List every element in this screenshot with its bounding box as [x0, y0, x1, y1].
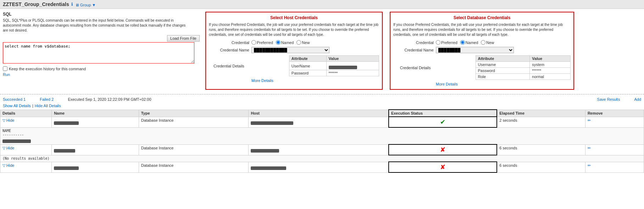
table-row: ▽ Hide Database Instance ✔ 2 seconds ✏ — [0, 117, 644, 127]
sql-section: SQL SQL, SQL*Plus or PL/SQL commands can… — [3, 12, 200, 90]
db-cred-new-radio[interactable] — [481, 40, 485, 45]
db-credential-details-label: Credential Details — [393, 66, 433, 70]
row1-remove: ✏ — [585, 117, 644, 127]
host-credentials-title: Select Host Credentials — [209, 15, 379, 20]
hide-all-details-link[interactable]: Hide All Details — [35, 104, 61, 108]
succeeded-stat: Succeeded 1 — [3, 97, 26, 101]
row1-detail-content: NAME ---------- — [0, 127, 644, 144]
host-cred-password-value: ****** — [326, 70, 379, 76]
table-detail-row: (No results available) — [0, 155, 644, 162]
row2-detail-content: (No results available) — [0, 155, 644, 162]
host-credentials-description: If you choose Preferred Credentials, the… — [209, 22, 379, 37]
host-cred-named-option[interactable]: Named — [276, 40, 294, 45]
host-cred-new-radio[interactable] — [296, 40, 301, 45]
col-name: Name — [52, 110, 139, 117]
row2-detail-text: (No results available) — [2, 156, 642, 160]
db-cred-named-radio[interactable] — [460, 40, 465, 45]
db-credential-details-row: Credential Details Attribute Value Usern… — [393, 55, 571, 80]
row2-elapsed: 6 seconds — [497, 144, 585, 155]
show-all-details-link[interactable]: Show All Details — [3, 104, 31, 108]
page-title: ZZTEST_Group_Credentials — [3, 1, 69, 7]
row2-name — [52, 144, 139, 155]
db-credential-name-select[interactable]: ████████ — [436, 47, 514, 53]
host-cred-username-row: UserName — [289, 62, 379, 70]
keep-history-checkbox[interactable] — [3, 66, 7, 71]
row2-status: ✘ — [389, 144, 497, 155]
row2-edit-icon[interactable]: ✏ — [588, 146, 591, 150]
host-cred-value-header: Value — [326, 56, 379, 62]
host-cred-password-attr: Password — [289, 70, 326, 76]
row1-host — [249, 117, 389, 127]
db-credential-type-row: Credential Preferred Named New — [393, 40, 571, 45]
group-dropdown[interactable]: 🖥 Group ▼ — [75, 3, 96, 7]
failed-link[interactable]: Failed 2 — [40, 97, 54, 101]
db-cred-named-option[interactable]: Named — [460, 40, 478, 45]
group-label: Group — [80, 3, 91, 7]
section-divider — [0, 94, 644, 94]
row1-name — [52, 117, 139, 127]
help-icon[interactable]: ℹ — [71, 2, 73, 7]
table-row: ▽ Hide Database Instance ✘ 6 seconds ✏ — [0, 162, 644, 172]
row3-edit-icon[interactable]: ✏ — [588, 163, 591, 167]
host-credential-type-label: Credential — [209, 40, 251, 45]
row2-hide-toggle[interactable]: ▽ Hide — [2, 146, 15, 150]
host-cred-named-radio[interactable] — [276, 40, 281, 45]
load-from-file-wrapper: Load From File — [3, 35, 200, 42]
db-cred-preferred-radio[interactable] — [436, 40, 440, 45]
db-credential-name-row: Credential Name ████████ — [393, 47, 571, 53]
db-cred-role-value: normal — [530, 74, 571, 80]
db-cred-preferred-option[interactable]: Preferred — [436, 40, 457, 45]
row1-edit-icon[interactable]: ✏ — [588, 118, 591, 122]
db-cred-value-header: Value — [530, 56, 571, 62]
add-button[interactable]: Add — [634, 97, 641, 101]
keep-history-label: Keep the execution history for this comm… — [9, 67, 86, 71]
host-more-details-link[interactable]: More Details — [251, 78, 379, 83]
row1-details: ▽ Hide — [0, 117, 52, 127]
col-type: Type — [139, 110, 249, 117]
failed-stat: Failed 2 — [40, 97, 54, 101]
host-cred-password-row: Password ****** — [289, 70, 379, 76]
db-credentials-table: Attribute Value Username system Password… — [476, 55, 571, 80]
host-credential-name-select[interactable]: ████████████ — [251, 47, 329, 53]
db-credential-name-label: Credential Name — [393, 48, 436, 52]
db-cred-role-row: Role normal — [476, 74, 570, 80]
row3-hide-toggle[interactable]: ▽ Hide — [2, 163, 15, 167]
row1-hide-toggle[interactable]: ▽ Hide — [2, 118, 15, 122]
col-host: Host — [249, 110, 389, 117]
db-more-details-link[interactable]: More Details — [436, 82, 571, 86]
host-cred-preferred-option[interactable]: Preferred — [251, 40, 273, 45]
group-icon-img: 🖥 — [75, 3, 79, 7]
row1-elapsed: 2 seconds — [497, 117, 585, 127]
db-credentials-title: Select Database Credentials — [393, 15, 571, 20]
db-credential-radio-group: Preferred Named New — [436, 40, 494, 45]
main-content: SQL SQL, SQL*Plus or PL/SQL commands can… — [0, 9, 644, 93]
sql-input[interactable]: select name from v$database; — [3, 42, 194, 64]
row2-details: ▽ Hide — [0, 144, 52, 155]
row1-detail-text: NAME ---------- — [2, 129, 642, 143]
fail-icon: ✘ — [440, 146, 445, 153]
db-cred-password-row: Password ****** — [476, 68, 570, 74]
run-button[interactable]: Run — [3, 72, 200, 77]
row2-remove: ✏ — [585, 144, 644, 155]
host-credential-details-row: Credential Details Attribute Value UserN… — [209, 55, 379, 76]
col-remove: Remove — [585, 110, 644, 117]
db-credentials-panel: Select Database Credentials If you choos… — [390, 12, 574, 90]
save-results-link[interactable]: Save Results — [597, 97, 620, 101]
table-detail-row: NAME ---------- — [0, 127, 644, 144]
succeeded-link[interactable]: Succeeded 1 — [3, 97, 26, 101]
db-cred-new-option[interactable]: New — [481, 40, 494, 45]
db-cred-role-attr: Role — [476, 74, 530, 80]
row1-status: ✔ — [389, 117, 497, 127]
results-bar: Succeeded 1 Failed 2 Executed Sep 1, 202… — [0, 96, 644, 103]
host-credential-name-row: Credential Name ████████████ — [209, 47, 379, 53]
row3-remove: ✏ — [585, 162, 644, 172]
host-credential-name-label: Credential Name — [209, 48, 251, 52]
host-cred-username-attr: UserName — [289, 62, 326, 70]
host-cred-new-option[interactable]: New — [296, 40, 310, 45]
host-cred-preferred-radio[interactable] — [251, 40, 256, 45]
host-cred-attr-header: Attribute — [289, 56, 326, 62]
db-cred-password-value: ****** — [530, 68, 571, 74]
col-details: Details — [0, 110, 52, 117]
row3-type: Database Instance — [139, 162, 249, 172]
load-from-file-button[interactable]: Load From File — [167, 35, 200, 42]
